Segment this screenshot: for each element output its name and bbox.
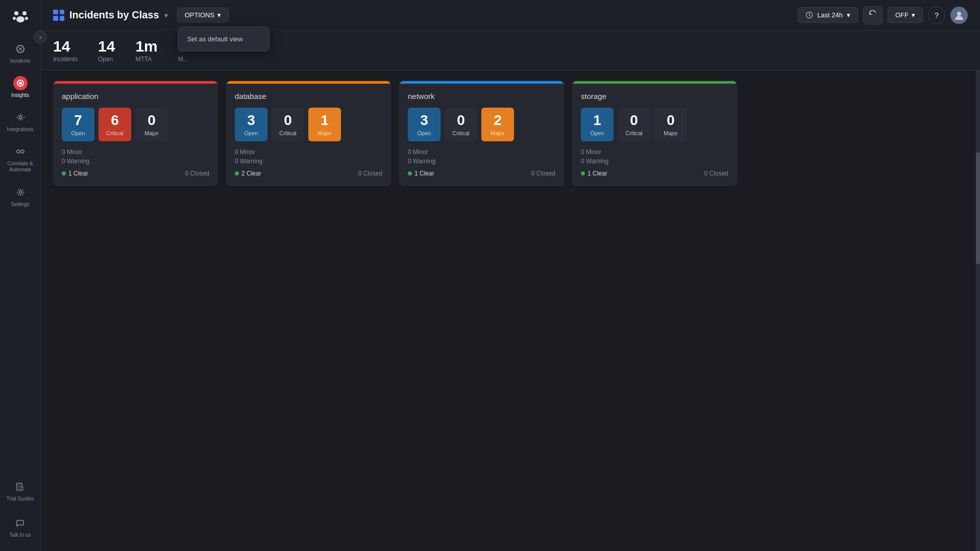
card-title-database: database [235, 92, 382, 101]
card-storage[interactable]: storage 1 Open 0 Critical 0 Major 0 Mino… [572, 81, 737, 186]
scrollbar-thumb[interactable] [976, 152, 980, 264]
metric-major-application: 0 Major [135, 108, 168, 141]
time-range-label: Last 24h [817, 11, 843, 19]
mtta-value: 1m [135, 38, 157, 55]
metric-critical-database: 0 Critical [272, 108, 304, 141]
incidents-value: 14 [53, 38, 70, 55]
options-dropdown-arrow: ▾ [217, 11, 221, 19]
card-database[interactable]: database 3 Open 0 Critical 1 Major 0 Min… [226, 81, 391, 186]
integrations-icon [13, 110, 28, 124]
clear-badge-network: 1 Clear [408, 170, 434, 177]
off-button[interactable]: OFF ▾ [888, 7, 923, 23]
warning-database: 0 Warning [235, 158, 382, 165]
svg-point-10 [21, 150, 24, 153]
metric-major-database: 1 Major [308, 108, 341, 141]
off-label: OFF [895, 11, 909, 19]
open-label: Open [98, 56, 113, 63]
grid-icon [53, 10, 64, 21]
scrollbar-track[interactable] [976, 70, 980, 551]
metric-major-network: 2 Major [481, 108, 514, 141]
sidebar-item-correlate[interactable]: Correlate & Automate [0, 139, 40, 178]
help-button[interactable]: ? [928, 7, 945, 24]
svg-point-8 [19, 116, 21, 119]
talk-to-us-icon [13, 516, 27, 530]
minor-database: 0 Minor [235, 148, 382, 156]
time-dropdown-arrow: ▾ [847, 11, 850, 19]
card-body-application: application 7 Open 6 Critical 0 Major 0 … [54, 84, 217, 185]
svg-point-7 [19, 82, 22, 85]
time-range-button[interactable]: Last 24h ▾ [798, 7, 858, 23]
card-metrics-application: 7 Open 6 Critical 0 Major [62, 108, 209, 141]
main-content: Incidents by Class ▾ OPTIONS ▾ Set as de… [41, 0, 980, 551]
metric-open-application: 7 Open [62, 108, 94, 141]
card-application[interactable]: application 7 Open 6 Critical 0 Major 0 … [53, 81, 218, 186]
metric-critical-application: 6 Critical [99, 108, 131, 141]
card-secondary-storage: 0 Minor 0 Warning [581, 148, 728, 165]
card-footer-storage: 1 Clear 0 Closed [581, 170, 728, 177]
sidebar-item-settings[interactable]: Settings [0, 180, 40, 212]
metric-open-storage: 1 Open [581, 108, 614, 141]
card-network[interactable]: network 3 Open 0 Critical 2 Major 0 Mino… [399, 81, 564, 186]
warning-storage: 0 Warning [581, 158, 728, 165]
sidebar-item-correlate-label: Correlate & Automate [0, 161, 40, 173]
sidebar-item-integrations-label: Integrations [7, 127, 33, 132]
header: Incidents by Class ▾ OPTIONS ▾ Set as de… [41, 0, 980, 31]
clear-count-application: 1 Clear [68, 170, 88, 177]
options-button[interactable]: OPTIONS ▾ Set as default view [177, 8, 229, 22]
refresh-button[interactable] [863, 6, 883, 24]
card-body-database: database 3 Open 0 Critical 1 Major 0 Min… [227, 84, 390, 185]
stat-mtta: 1m MTTA [135, 38, 157, 63]
card-footer-database: 2 Clear 0 Closed [235, 170, 382, 177]
help-icon: ? [935, 11, 939, 19]
refresh-icon [869, 10, 877, 18]
avatar[interactable] [950, 7, 968, 24]
metric-critical-network: 0 Critical [445, 108, 477, 141]
stat-incidents: 14 Incidents [53, 38, 78, 63]
sidebar-item-integrations[interactable]: Integrations [0, 105, 40, 137]
warning-network: 0 Warning [408, 158, 555, 165]
title-dropdown-arrow[interactable]: ▾ [164, 11, 168, 19]
card-metrics-database: 3 Open 0 Critical 1 Major [235, 108, 382, 141]
card-metrics-storage: 1 Open 0 Critical 0 Major [581, 108, 728, 141]
svg-point-1 [22, 11, 27, 15]
sidebar-item-talk-to-us[interactable]: Talk to us [7, 511, 34, 543]
header-right: Last 24h ▾ OFF ▾ ? [798, 6, 968, 24]
clear-badge-application: 1 Clear [62, 170, 88, 177]
closed-count-database: 0 Closed [358, 170, 382, 177]
svg-point-11 [19, 191, 21, 194]
card-secondary-database: 0 Minor 0 Warning [235, 148, 382, 165]
page-title: Incidents by Class [69, 9, 159, 21]
svg-point-2 [13, 17, 16, 20]
user-avatar-icon [953, 10, 965, 21]
card-body-storage: storage 1 Open 0 Critical 0 Major 0 Mino… [573, 84, 737, 185]
svg-point-3 [25, 17, 28, 20]
clear-count-database: 2 Clear [241, 170, 261, 177]
minor-storage: 0 Minor [581, 148, 728, 156]
card-title-network: network [408, 92, 555, 101]
clear-dot-storage [581, 171, 585, 176]
card-metrics-network: 3 Open 0 Critical 2 Major [408, 108, 555, 141]
closed-count-application: 0 Closed [185, 170, 209, 177]
sidebar-item-trial-guides[interactable]: Trial Guides [7, 474, 34, 507]
incidents-label: Incidents [53, 56, 78, 63]
card-footer-network: 1 Clear 0 Closed [408, 170, 555, 177]
sidebar-item-insights[interactable]: Insights [0, 71, 40, 103]
sidebar-bottom: Trial Guides Talk to us [7, 474, 34, 545]
svg-point-9 [17, 150, 20, 153]
card-title-storage: storage [581, 92, 728, 101]
clock-icon [805, 11, 813, 19]
clear-dot-network [408, 171, 412, 176]
open-value: 14 [98, 38, 115, 55]
card-secondary-application: 0 Minor 0 Warning [62, 148, 209, 165]
mttr-label: M... [178, 56, 188, 63]
card-body-network: network 3 Open 0 Critical 2 Major 0 Mino… [400, 84, 564, 185]
set-default-view-item[interactable]: Set as default view [178, 30, 269, 48]
sidebar-expand-button[interactable]: › [34, 31, 47, 44]
metric-major-storage: 0 Major [654, 108, 687, 141]
sidebar-item-talk-to-us-label: Talk to us [9, 532, 31, 538]
logo[interactable] [10, 6, 31, 27]
sidebar: › Incidents Insights Integrations [0, 0, 41, 551]
options-label: OPTIONS [185, 11, 215, 19]
clear-badge-database: 2 Clear [235, 170, 261, 177]
sidebar-item-incidents[interactable]: Incidents [0, 37, 40, 69]
